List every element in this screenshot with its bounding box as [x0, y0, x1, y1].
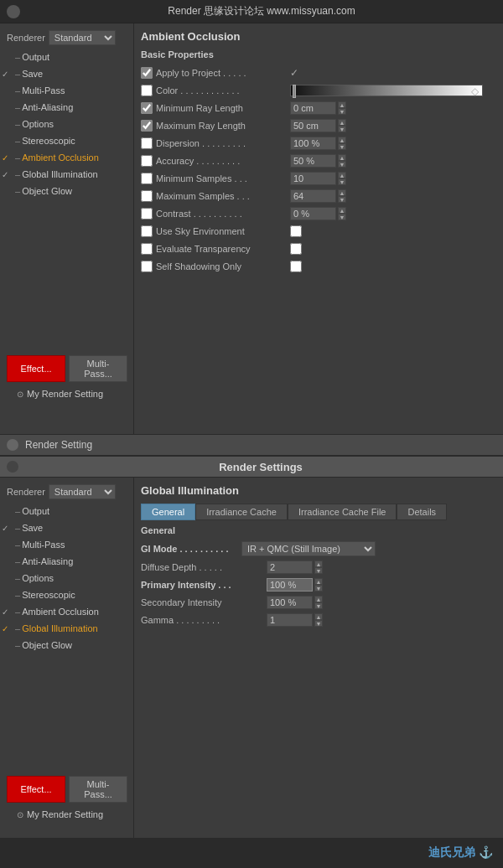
spinner-up[interactable]: ▲ — [338, 101, 346, 108]
sidebar-item-stereoscopic-2[interactable]: – Stereoscopic — [0, 586, 133, 603]
sidebar-item-multipass-2[interactable]: – Multi-Pass — [0, 536, 133, 553]
multipass-button-2[interactable]: Multi-Pass... — [69, 776, 127, 803]
sidebar-item-options-2[interactable]: – Options — [0, 570, 133, 586]
minraylength-input[interactable] — [290, 101, 336, 115]
sidebar-item-save-2[interactable]: ✓ – Save — [0, 519, 133, 536]
sidebar-item-ambientocclusion-1[interactable]: ✓ – Ambient Occlusion — [0, 149, 133, 166]
maxsamples-spinner[interactable]: ▲ ▼ — [338, 189, 346, 203]
maxraylength-input[interactable] — [290, 119, 336, 132]
sidebar-item-globalillumination-1[interactable]: ✓ – Global Illumination — [0, 166, 133, 183]
minsamples-checkbox[interactable] — [141, 173, 153, 184]
spinner-up[interactable]: ▲ — [314, 596, 323, 602]
selfshadowing-toggle[interactable] — [290, 261, 302, 272]
useskyenv-checkbox[interactable] — [141, 225, 153, 237]
divider-icon-1 — [7, 439, 18, 451]
spinner-down[interactable]: ▼ — [314, 620, 323, 627]
minsamples-spinner[interactable]: ▲ ▼ — [338, 172, 346, 185]
gi-mode-row: GI Mode . . . . . . . . . . IR + QMC (St… — [141, 540, 496, 557]
prop-row-minraylength: Minimum Ray Length ▲ ▼ — [141, 100, 496, 116]
sidebar-item-output-2[interactable]: – Output — [0, 503, 133, 519]
renderer-select-2[interactable]: Standard — [49, 484, 116, 499]
spinner-up[interactable]: ▲ — [314, 613, 323, 620]
spinner-up[interactable]: ▲ — [338, 172, 346, 178]
spinner-up[interactable]: ▲ — [338, 119, 346, 126]
divider-1: Render Setting — [0, 434, 503, 456]
sidebar-item-options-1[interactable]: – Options — [0, 116, 133, 132]
maxraylength-checkbox[interactable] — [141, 120, 153, 132]
accuracy-value: ▲ ▼ — [290, 154, 346, 168]
color-checkbox[interactable] — [141, 85, 153, 96]
useskyenv-toggle[interactable] — [290, 225, 302, 237]
diffusedepth-spinner[interactable]: ▲ ▼ — [314, 561, 323, 574]
multipass-button-1[interactable]: Multi-Pass... — [69, 355, 127, 382]
secondaryintensity-spinner[interactable]: ▲ ▼ — [314, 596, 323, 609]
sidebar-item-save-1[interactable]: ✓ – Save — [0, 65, 133, 82]
secondaryintensity-input[interactable] — [267, 596, 313, 609]
minsamples-input[interactable] — [290, 172, 336, 185]
maxsamples-input[interactable] — [290, 189, 336, 203]
effect-button-1[interactable]: Effect... — [7, 355, 65, 382]
contrast-input[interactable] — [290, 207, 336, 220]
contrast-checkbox[interactable] — [141, 208, 153, 220]
spinner-down[interactable]: ▼ — [338, 108, 346, 115]
accuracy-checkbox[interactable] — [141, 155, 153, 167]
spinner-up[interactable]: ▲ — [314, 561, 323, 567]
spinner-up[interactable]: ▲ — [338, 189, 346, 196]
sidebar-item-stereoscopic-1[interactable]: – Stereoscopic — [0, 132, 133, 149]
maxraylength-spinner[interactable]: ▲ ▼ — [338, 119, 346, 132]
maxsamples-checkbox[interactable] — [141, 190, 153, 202]
accuracy-spinner[interactable]: ▲ ▼ — [338, 154, 346, 168]
spinner-down[interactable]: ▼ — [338, 178, 346, 185]
spinner-down[interactable]: ▼ — [338, 143, 346, 150]
spinner-up[interactable]: ▲ — [314, 578, 323, 585]
sidebar-item-ambientocclusion-2[interactable]: ✓ – Ambient Occlusion — [0, 603, 133, 620]
sidebar-item-globalillumination-2[interactable]: ✓ – Global Illumination — [0, 620, 133, 637]
tab-irradiancecachefile[interactable]: Irradiance Cache File — [288, 504, 397, 520]
sidebar-2: Renderer Standard – Output ✓ – Save — [0, 478, 134, 855]
spinner-down[interactable]: ▼ — [314, 602, 323, 609]
color-bar[interactable]: ◇ — [290, 85, 483, 96]
evaltransparency-toggle[interactable] — [290, 243, 302, 255]
sidebar-item-objectglow-1[interactable]: – Object Glow — [0, 183, 133, 199]
sidebar-item-objectglow-2[interactable]: – Object Glow — [0, 637, 133, 654]
dispersion-checkbox[interactable] — [141, 137, 153, 149]
effect-button-2[interactable]: Effect... — [7, 776, 65, 803]
spinner-down[interactable]: ▼ — [314, 585, 323, 592]
accuracy-input[interactable] — [290, 154, 336, 168]
spinner-down[interactable]: ▼ — [314, 567, 323, 574]
primaryintensity-input[interactable] — [267, 578, 313, 592]
spinner-up[interactable]: ▲ — [338, 154, 346, 161]
sidebar-item-output-1[interactable]: – Output — [0, 49, 133, 65]
spinner-down[interactable]: ▼ — [338, 196, 346, 203]
dispersion-value: ▲ ▼ — [290, 137, 346, 150]
dispersion-input[interactable] — [290, 137, 336, 150]
gi-mode-select[interactable]: IR + QMC (Still Image) — [241, 541, 376, 556]
sidebar-item-antialiasing-1[interactable]: – Anti-Aliasing — [0, 99, 133, 116]
selfshadowing-checkbox[interactable] — [141, 261, 153, 272]
contrast-spinner[interactable]: ▲ ▼ — [338, 207, 346, 220]
diffusedepth-input[interactable] — [267, 561, 313, 574]
render-setting-icon-1: ⊙ — [17, 390, 23, 399]
tab-details[interactable]: Details — [397, 504, 447, 520]
spinner-up[interactable]: ▲ — [338, 137, 346, 143]
tab-irradiancecache[interactable]: Irradiance Cache — [195, 504, 288, 520]
gamma-input[interactable] — [267, 613, 313, 627]
color-bar-thumb[interactable] — [293, 85, 296, 98]
spinner-down[interactable]: ▼ — [338, 161, 346, 168]
spinner-down[interactable]: ▼ — [338, 126, 346, 132]
tab-general[interactable]: General — [141, 504, 195, 520]
spinner-up[interactable]: ▲ — [338, 207, 346, 214]
evaltransparency-checkbox[interactable] — [141, 243, 153, 255]
applytoproject-check-icon: ✓ — [290, 67, 298, 79]
minraylength-checkbox[interactable] — [141, 102, 153, 114]
primaryintensity-spinner[interactable]: ▲ ▼ — [314, 578, 323, 592]
gamma-spinner[interactable]: ▲ ▼ — [314, 613, 323, 627]
dispersion-spinner[interactable]: ▲ ▼ — [338, 137, 346, 150]
renderer-select-1[interactable]: Standard — [49, 30, 116, 45]
spinner-down[interactable]: ▼ — [338, 214, 346, 220]
sidebar-item-antialiasing-2[interactable]: – Anti-Aliasing — [0, 553, 133, 570]
sidebar-item-multipass-1[interactable]: – Multi-Pass — [0, 82, 133, 99]
minraylength-spinner[interactable]: ▲ ▼ — [338, 101, 346, 115]
prop-row-evaltransparency: Evaluate Transparency — [141, 240, 496, 257]
applytoproject-checkbox[interactable] — [141, 67, 153, 79]
